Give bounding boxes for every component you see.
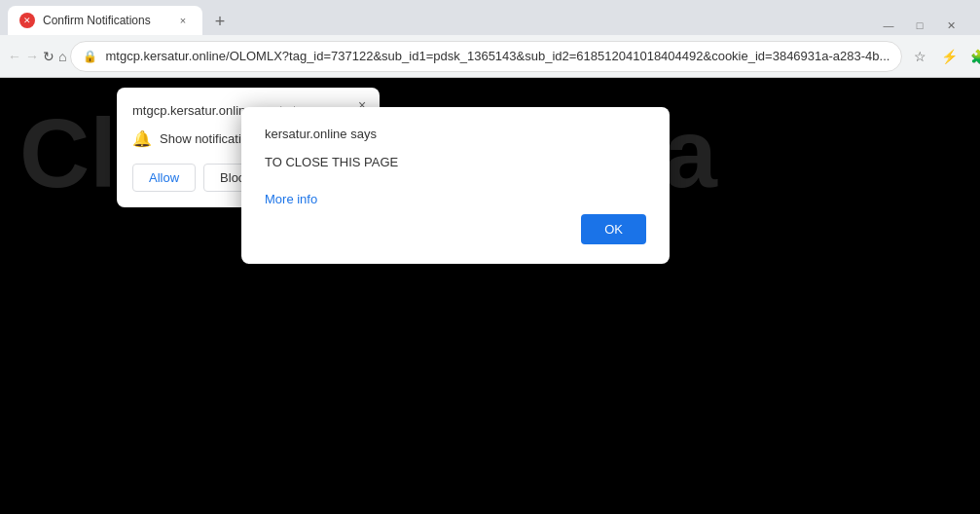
more-info-link[interactable]: More info	[265, 192, 646, 206]
lock-icon: 🔒	[83, 50, 97, 63]
page-content: Clic u are not a × mtgcp.kersatur.online…	[0, 78, 980, 514]
address-bar[interactable]: 🔒 mtgcp.kersatur.online/OLOMLX?tag_id=73…	[70, 41, 902, 72]
ok-button[interactable]: OK	[581, 214, 646, 244]
reload-button[interactable]: ↻	[43, 43, 54, 70]
extensions-button[interactable]: 🧩	[964, 43, 980, 70]
close-button[interactable]: ✕	[937, 16, 964, 35]
nav-actions: ☆ ⚡ 🧩 👤 ⋮	[906, 43, 980, 70]
alert-actions: OK	[265, 214, 646, 244]
home-button[interactable]: ⌂	[58, 43, 66, 70]
browser-window: Confirm Notifications × + — □ ✕ ← → ↻ ⌂ …	[0, 0, 980, 514]
window-controls: — □ ✕	[867, 16, 972, 35]
maximize-button[interactable]: □	[906, 16, 933, 35]
chrome-labs-button[interactable]: ⚡	[935, 43, 962, 70]
alert-title: kersatur.online says	[265, 127, 646, 141]
back-button[interactable]: ←	[8, 43, 21, 70]
alert-message: TO CLOSE THIS PAGE	[265, 153, 646, 172]
tab-bar: Confirm Notifications × + — □ ✕	[0, 0, 980, 35]
tab-close-button[interactable]: ×	[175, 13, 191, 28]
forward-button[interactable]: →	[25, 43, 39, 70]
alert-overlay: kersatur.online says TO CLOSE THIS PAGE …	[0, 78, 980, 514]
active-tab[interactable]: Confirm Notifications ×	[8, 6, 202, 35]
minimize-button[interactable]: —	[875, 16, 902, 35]
tab-favicon	[19, 13, 35, 28]
new-tab-button[interactable]: +	[206, 8, 234, 35]
alert-dialog: kersatur.online says TO CLOSE THIS PAGE …	[241, 107, 670, 264]
tab-title: Confirm Notifications	[43, 14, 167, 27]
navigation-bar: ← → ↻ ⌂ 🔒 mtgcp.kersatur.online/OLOMLX?t…	[0, 35, 980, 78]
url-text: mtgcp.kersatur.online/OLOMLX?tag_id=7371…	[105, 49, 889, 63]
bookmark-button[interactable]: ☆	[906, 43, 933, 70]
